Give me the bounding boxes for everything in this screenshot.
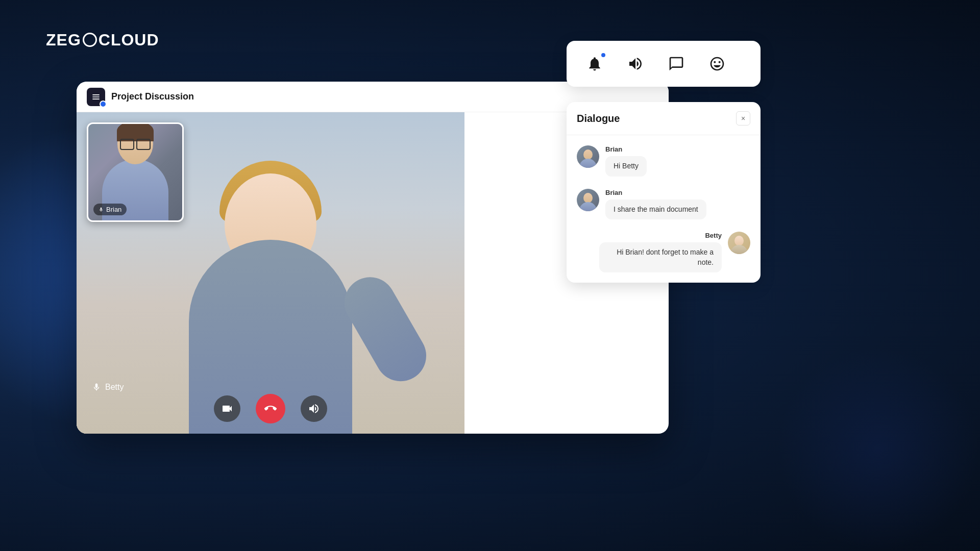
message-sender-betty: Betty bbox=[577, 232, 722, 239]
message-bubble: Hi Betty bbox=[605, 156, 647, 177]
message-sender: Brian bbox=[605, 145, 750, 153]
brian-avatar-figure-2 bbox=[579, 191, 597, 211]
brian-head bbox=[117, 123, 153, 164]
message-row-betty: Betty Hi Brian! dont forget to make a no… bbox=[577, 232, 750, 272]
logo-o bbox=[83, 33, 97, 47]
logo-text: ZEG bbox=[46, 31, 81, 49]
message-content: Brian Hi Betty bbox=[605, 145, 750, 177]
main-container: Project Discussion bbox=[77, 82, 669, 434]
emoji-button[interactable] bbox=[704, 51, 730, 77]
message-bubble-2: I share the main document bbox=[605, 199, 706, 220]
page-title: Project Discussion bbox=[111, 91, 194, 102]
notifications-button[interactable] bbox=[582, 51, 607, 77]
message-bubble-betty: Hi Brian! dont forget to make a note. bbox=[599, 242, 722, 272]
message-row: Brian I share the main document bbox=[577, 189, 750, 220]
brian-avatar bbox=[577, 145, 599, 168]
dialogue-title: Dialogue bbox=[577, 113, 620, 124]
brian-glasses bbox=[120, 139, 151, 149]
project-icon bbox=[87, 88, 105, 106]
sound-button[interactable] bbox=[623, 51, 648, 77]
dialogue-panel: Dialogue × Brian Hi Betty bbox=[567, 102, 761, 283]
message-content-betty: Betty Hi Brian! dont forget to make a no… bbox=[577, 232, 722, 272]
dialogue-close-button[interactable]: × bbox=[736, 111, 750, 126]
dialogue-header: Dialogue × bbox=[567, 102, 761, 135]
brian-name-badge: Brian bbox=[93, 204, 127, 215]
message-sender-2: Brian bbox=[605, 189, 750, 196]
speaker-button[interactable] bbox=[301, 395, 327, 422]
brian-avatar-2 bbox=[577, 189, 599, 211]
logo: ZEGCLOUD bbox=[46, 31, 159, 49]
betty-name-badge: Betty bbox=[92, 382, 124, 393]
notification-badge bbox=[600, 52, 606, 58]
video-area: Brian Betty bbox=[77, 112, 464, 434]
brian-name-label: Brian bbox=[106, 206, 121, 213]
message-content-2: Brian I share the main document bbox=[605, 189, 750, 220]
betty-avatar-figure bbox=[730, 234, 748, 254]
betty-name-label: Betty bbox=[105, 383, 124, 392]
toolbar-panel bbox=[567, 41, 761, 87]
dialogue-messages: Brian Hi Betty Brian I share the main do… bbox=[567, 135, 761, 283]
logo-cloud: CLOUD bbox=[99, 31, 159, 49]
brian-pip-video: Brian bbox=[87, 122, 184, 222]
camera-button[interactable] bbox=[214, 395, 240, 422]
betty-avatar bbox=[728, 232, 750, 254]
message-row: Brian Hi Betty bbox=[577, 145, 750, 177]
bottom-controls bbox=[77, 394, 464, 423]
brian-avatar-figure bbox=[579, 147, 597, 168]
end-call-button[interactable] bbox=[256, 394, 285, 423]
chat-button[interactable] bbox=[664, 51, 689, 77]
